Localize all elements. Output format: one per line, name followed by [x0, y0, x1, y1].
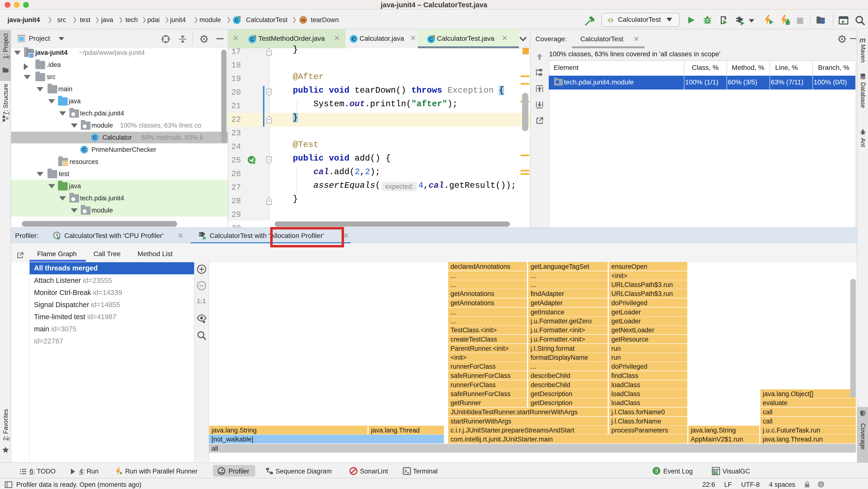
svg-text:m: m: [301, 18, 305, 23]
svg-text:C: C: [235, 17, 239, 23]
svg-text:C: C: [429, 36, 433, 42]
svg-text:C: C: [352, 36, 355, 42]
svg-text:C: C: [250, 36, 254, 42]
